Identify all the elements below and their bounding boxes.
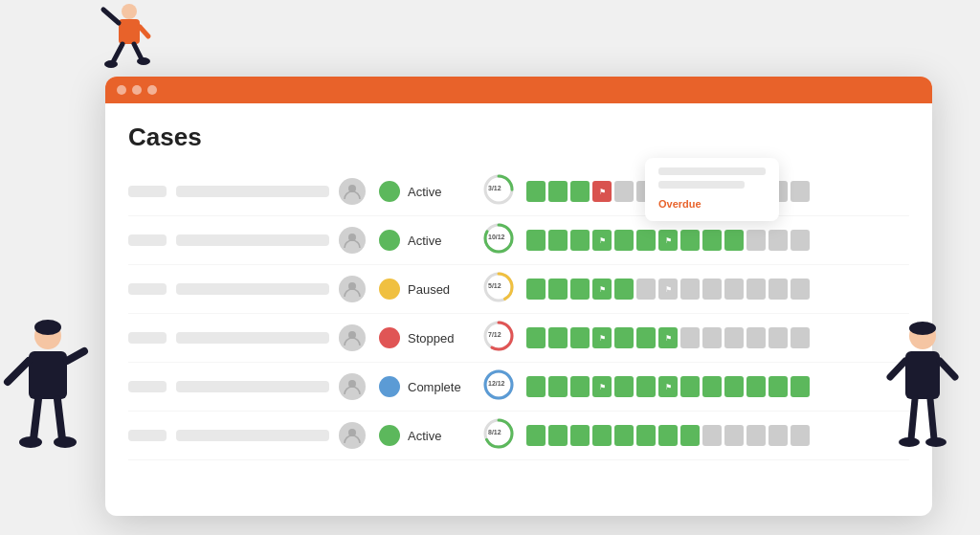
figure-top	[77, 0, 153, 86]
col-name	[176, 381, 329, 392]
task-block: ⚑	[592, 327, 612, 348]
browser-bar	[105, 77, 932, 103]
col-progress: 12/12	[482, 368, 519, 405]
col-avatar	[339, 178, 366, 205]
tooltip-overdue-label: Overdue	[658, 198, 702, 210]
col-name	[176, 186, 329, 197]
svg-line-4	[113, 44, 122, 62]
table-row[interactable]: Active 8/12	[128, 412, 909, 460]
status-dot	[379, 279, 400, 300]
task-block	[724, 279, 744, 300]
task-block	[702, 425, 722, 446]
col-tasks: ⚑⚑	[526, 327, 810, 348]
task-block	[636, 425, 656, 446]
table-row[interactable]: Active 10/12 ⚑⚑	[128, 216, 909, 265]
progress-label: 5/12	[488, 282, 501, 289]
task-block	[724, 425, 744, 446]
task-block	[791, 376, 810, 397]
progress-label: 12/12	[488, 380, 505, 387]
task-block: ⚑	[592, 181, 612, 202]
col-name	[176, 430, 329, 441]
status-label: Active	[408, 429, 441, 443]
svg-line-29	[67, 351, 84, 361]
table-row[interactable]: Complete 12/12 ⚑⚑	[128, 363, 909, 412]
browser-window: Cases Active 3/12	[105, 77, 932, 516]
figure-left	[0, 315, 96, 506]
table-row[interactable]: Active 3/12 ⚑⚑ Overdue	[128, 167, 909, 216]
col-progress: 7/12	[482, 320, 519, 356]
status-label: Paused	[408, 282, 450, 297]
col-progress: 3/12	[482, 173, 519, 210]
task-block	[614, 279, 634, 300]
col-id	[128, 186, 167, 197]
svg-line-40	[930, 399, 934, 439]
col-progress: 8/12	[482, 417, 519, 454]
task-block	[526, 327, 546, 348]
col-id	[128, 381, 167, 392]
table-row[interactable]: Paused 5/12 ⚑⚑	[128, 265, 909, 314]
task-block	[548, 376, 568, 397]
col-id	[128, 332, 167, 344]
task-block	[614, 230, 634, 251]
col-id	[128, 430, 167, 441]
task-block	[570, 181, 590, 202]
task-block	[768, 279, 788, 300]
task-block: ⚑	[658, 327, 678, 348]
col-tasks: ⚑⚑	[526, 279, 810, 300]
svg-line-31	[57, 399, 62, 439]
tooltip-line-2	[658, 181, 745, 189]
col-progress: 5/12	[482, 271, 519, 307]
task-block: ⚑	[658, 376, 678, 397]
svg-point-0	[122, 4, 137, 19]
task-block	[614, 376, 634, 397]
task-block	[614, 327, 634, 348]
progress-label: 7/12	[488, 331, 501, 338]
task-block: ⚑	[592, 230, 612, 251]
svg-line-38	[940, 361, 955, 377]
task-block	[791, 181, 810, 202]
dot-3	[147, 85, 157, 95]
task-block	[526, 376, 546, 397]
task-block	[746, 327, 766, 348]
col-status: Paused	[379, 279, 475, 300]
svg-line-3	[140, 27, 148, 36]
task-block	[746, 230, 766, 251]
task-block	[658, 425, 678, 446]
task-block	[526, 279, 546, 300]
status-dot	[379, 327, 400, 348]
task-block: ⚑	[658, 230, 678, 251]
status-dot	[379, 376, 400, 397]
svg-line-30	[33, 399, 38, 439]
task-block	[724, 376, 744, 397]
col-name	[176, 332, 329, 344]
col-status: Stopped	[379, 327, 475, 348]
progress-label: 8/12	[488, 429, 501, 435]
status-label: Stopped	[408, 331, 454, 346]
tooltip-line-1	[658, 167, 766, 175]
task-block	[548, 327, 568, 348]
task-block: ⚑	[592, 279, 612, 300]
task-block	[636, 327, 656, 348]
status-dot	[379, 425, 400, 446]
col-avatar	[339, 373, 366, 400]
svg-rect-1	[119, 19, 140, 44]
table-row[interactable]: Stopped 7/12 ⚑⚑	[128, 314, 909, 363]
col-avatar	[339, 276, 366, 302]
svg-line-5	[134, 44, 142, 59]
task-block	[702, 279, 722, 300]
task-block	[791, 230, 810, 251]
task-block	[702, 230, 722, 251]
col-id	[128, 283, 167, 295]
task-block	[680, 425, 700, 446]
svg-point-6	[104, 60, 118, 68]
col-status: Active	[379, 181, 475, 202]
task-block	[526, 230, 546, 251]
task-block	[791, 425, 810, 446]
col-avatar	[339, 227, 366, 254]
col-avatar	[339, 422, 366, 449]
status-label: Active	[408, 185, 441, 199]
task-block	[680, 230, 700, 251]
task-block	[724, 327, 744, 348]
task-block	[570, 279, 590, 300]
col-status: Active	[379, 425, 475, 446]
